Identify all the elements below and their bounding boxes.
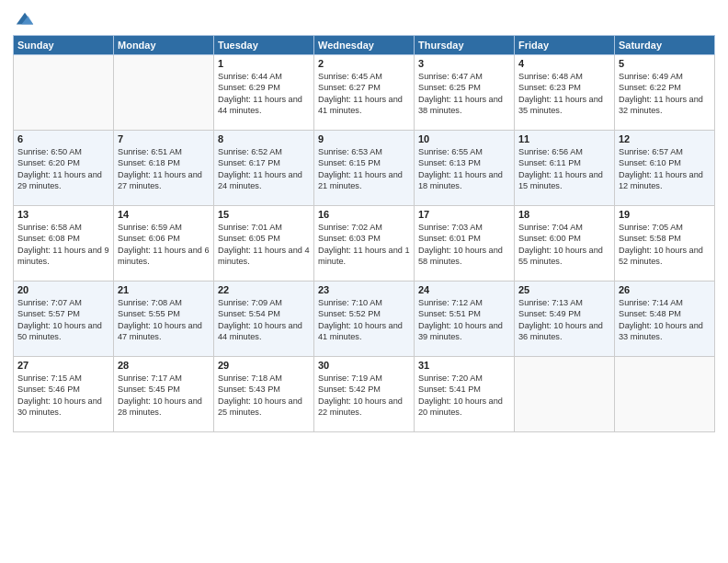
day-number: 20 — [17, 284, 109, 295]
day-detail: Sunrise: 6:58 AM Sunset: 6:08 PM Dayligh… — [17, 222, 109, 268]
day-number: 23 — [318, 284, 410, 295]
header-thursday: Thursday — [415, 36, 515, 55]
day-cell — [615, 357, 715, 432]
day-cell — [114, 55, 214, 131]
day-detail: Sunrise: 7:05 AM Sunset: 5:58 PM Dayligh… — [619, 222, 711, 268]
day-detail: Sunrise: 7:01 AM Sunset: 6:05 PM Dayligh… — [218, 222, 310, 268]
day-number: 10 — [418, 133, 510, 144]
day-cell: 23Sunrise: 7:10 AM Sunset: 5:52 PM Dayli… — [314, 282, 415, 357]
day-cell: 11Sunrise: 6:56 AM Sunset: 6:11 PM Dayli… — [515, 131, 615, 206]
day-detail: Sunrise: 7:14 AM Sunset: 5:48 PM Dayligh… — [619, 297, 711, 343]
day-number: 3 — [418, 58, 510, 69]
day-detail: Sunrise: 7:08 AM Sunset: 5:55 PM Dayligh… — [118, 297, 210, 343]
day-detail: Sunrise: 6:47 AM Sunset: 6:25 PM Dayligh… — [418, 71, 510, 117]
day-number: 15 — [218, 209, 310, 220]
day-number: 14 — [118, 209, 210, 220]
day-number: 31 — [418, 360, 510, 371]
day-number: 27 — [17, 360, 109, 371]
day-number: 6 — [17, 133, 109, 144]
header-friday: Friday — [515, 36, 615, 55]
day-cell: 8Sunrise: 6:52 AM Sunset: 6:17 PM Daylig… — [214, 131, 314, 206]
day-cell: 26Sunrise: 7:14 AM Sunset: 5:48 PM Dayli… — [615, 282, 715, 357]
day-cell: 9Sunrise: 6:53 AM Sunset: 6:15 PM Daylig… — [314, 131, 415, 206]
day-detail: Sunrise: 7:07 AM Sunset: 5:57 PM Dayligh… — [17, 297, 109, 343]
day-number: 8 — [218, 133, 310, 144]
week-row-1: 1Sunrise: 6:44 AM Sunset: 6:29 PM Daylig… — [14, 55, 715, 131]
day-cell: 13Sunrise: 6:58 AM Sunset: 6:08 PM Dayli… — [14, 206, 114, 282]
day-detail: Sunrise: 7:20 AM Sunset: 5:41 PM Dayligh… — [418, 373, 510, 419]
day-number: 28 — [118, 360, 210, 371]
day-detail: Sunrise: 6:57 AM Sunset: 6:10 PM Dayligh… — [619, 146, 711, 192]
day-cell: 25Sunrise: 7:13 AM Sunset: 5:49 PM Dayli… — [515, 282, 615, 357]
week-row-4: 20Sunrise: 7:07 AM Sunset: 5:57 PM Dayli… — [14, 282, 715, 357]
day-number: 1 — [218, 58, 310, 69]
header-saturday: Saturday — [615, 36, 715, 55]
week-row-2: 6Sunrise: 6:50 AM Sunset: 6:20 PM Daylig… — [14, 131, 715, 206]
day-cell: 30Sunrise: 7:19 AM Sunset: 5:42 PM Dayli… — [314, 357, 415, 432]
day-detail: Sunrise: 6:59 AM Sunset: 6:06 PM Dayligh… — [118, 222, 210, 268]
day-number: 4 — [518, 58, 610, 69]
day-detail: Sunrise: 7:19 AM Sunset: 5:42 PM Dayligh… — [318, 373, 410, 419]
day-cell: 6Sunrise: 6:50 AM Sunset: 6:20 PM Daylig… — [14, 131, 114, 206]
day-number: 21 — [118, 284, 210, 295]
day-detail: Sunrise: 6:50 AM Sunset: 6:20 PM Dayligh… — [17, 146, 109, 192]
day-detail: Sunrise: 7:04 AM Sunset: 6:00 PM Dayligh… — [518, 222, 610, 268]
day-number: 16 — [318, 209, 410, 220]
day-number: 29 — [218, 360, 310, 371]
day-detail: Sunrise: 7:13 AM Sunset: 5:49 PM Dayligh… — [518, 297, 610, 343]
day-cell: 15Sunrise: 7:01 AM Sunset: 6:05 PM Dayli… — [214, 206, 314, 282]
day-cell: 12Sunrise: 6:57 AM Sunset: 6:10 PM Dayli… — [615, 131, 715, 206]
day-detail: Sunrise: 6:55 AM Sunset: 6:13 PM Dayligh… — [418, 146, 510, 192]
day-detail: Sunrise: 7:18 AM Sunset: 5:43 PM Dayligh… — [218, 373, 310, 419]
day-cell: 5Sunrise: 6:49 AM Sunset: 6:22 PM Daylig… — [615, 55, 715, 131]
day-cell: 3Sunrise: 6:47 AM Sunset: 6:25 PM Daylig… — [415, 55, 515, 131]
day-detail: Sunrise: 6:44 AM Sunset: 6:29 PM Dayligh… — [218, 71, 310, 117]
day-number: 5 — [619, 58, 711, 69]
day-number: 19 — [619, 209, 711, 220]
calendar-header-row: SundayMondayTuesdayWednesdayThursdayFrid… — [14, 36, 715, 55]
day-detail: Sunrise: 6:52 AM Sunset: 6:17 PM Dayligh… — [218, 146, 310, 192]
day-cell: 29Sunrise: 7:18 AM Sunset: 5:43 PM Dayli… — [214, 357, 314, 432]
day-number: 2 — [318, 58, 410, 69]
day-cell: 24Sunrise: 7:12 AM Sunset: 5:51 PM Dayli… — [415, 282, 515, 357]
day-detail: Sunrise: 7:15 AM Sunset: 5:46 PM Dayligh… — [17, 373, 109, 419]
header-tuesday: Tuesday — [214, 36, 314, 55]
day-detail: Sunrise: 6:53 AM Sunset: 6:15 PM Dayligh… — [318, 146, 410, 192]
day-detail: Sunrise: 7:12 AM Sunset: 5:51 PM Dayligh… — [418, 297, 510, 343]
day-detail: Sunrise: 7:02 AM Sunset: 6:03 PM Dayligh… — [318, 222, 410, 268]
day-cell: 19Sunrise: 7:05 AM Sunset: 5:58 PM Dayli… — [615, 206, 715, 282]
day-cell: 27Sunrise: 7:15 AM Sunset: 5:46 PM Dayli… — [14, 357, 114, 432]
day-number: 11 — [518, 133, 610, 144]
day-cell: 31Sunrise: 7:20 AM Sunset: 5:41 PM Dayli… — [415, 357, 515, 432]
day-cell — [14, 55, 114, 131]
day-cell: 16Sunrise: 7:02 AM Sunset: 6:03 PM Dayli… — [314, 206, 415, 282]
header-monday: Monday — [114, 36, 214, 55]
day-cell: 2Sunrise: 6:45 AM Sunset: 6:27 PM Daylig… — [314, 55, 415, 131]
logo — [13, 13, 35, 29]
day-detail: Sunrise: 7:03 AM Sunset: 6:01 PM Dayligh… — [418, 222, 510, 268]
calendar: SundayMondayTuesdayWednesdayThursdayFrid… — [13, 35, 715, 432]
day-number: 18 — [518, 209, 610, 220]
day-number: 13 — [17, 209, 109, 220]
day-number: 22 — [218, 284, 310, 295]
day-cell: 17Sunrise: 7:03 AM Sunset: 6:01 PM Dayli… — [415, 206, 515, 282]
week-row-3: 13Sunrise: 6:58 AM Sunset: 6:08 PM Dayli… — [14, 206, 715, 282]
day-number: 7 — [118, 133, 210, 144]
header-sunday: Sunday — [14, 36, 114, 55]
day-detail: Sunrise: 6:45 AM Sunset: 6:27 PM Dayligh… — [318, 71, 410, 117]
day-number: 12 — [619, 133, 711, 144]
day-detail: Sunrise: 6:49 AM Sunset: 6:22 PM Dayligh… — [619, 71, 711, 117]
day-cell: 21Sunrise: 7:08 AM Sunset: 5:55 PM Dayli… — [114, 282, 214, 357]
day-detail: Sunrise: 7:09 AM Sunset: 5:54 PM Dayligh… — [218, 297, 310, 343]
day-number: 17 — [418, 209, 510, 220]
day-cell: 7Sunrise: 6:51 AM Sunset: 6:18 PM Daylig… — [114, 131, 214, 206]
day-cell: 10Sunrise: 6:55 AM Sunset: 6:13 PM Dayli… — [415, 131, 515, 206]
day-detail: Sunrise: 6:51 AM Sunset: 6:18 PM Dayligh… — [118, 146, 210, 192]
day-number: 25 — [518, 284, 610, 295]
day-cell: 4Sunrise: 6:48 AM Sunset: 6:23 PM Daylig… — [515, 55, 615, 131]
day-cell: 18Sunrise: 7:04 AM Sunset: 6:00 PM Dayli… — [515, 206, 615, 282]
day-detail: Sunrise: 7:17 AM Sunset: 5:45 PM Dayligh… — [118, 373, 210, 419]
day-cell: 1Sunrise: 6:44 AM Sunset: 6:29 PM Daylig… — [214, 55, 314, 131]
day-detail: Sunrise: 7:10 AM Sunset: 5:52 PM Dayligh… — [318, 297, 410, 343]
day-number: 30 — [318, 360, 410, 371]
